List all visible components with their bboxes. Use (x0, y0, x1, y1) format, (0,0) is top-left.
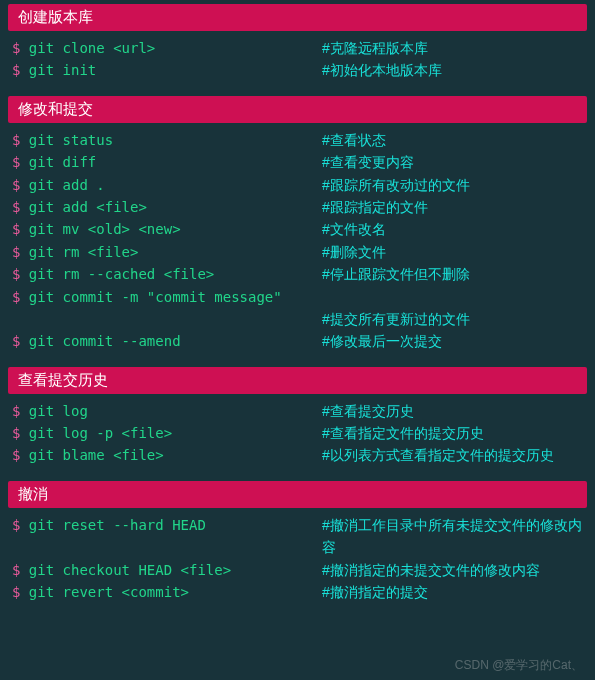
command-text: git rm <file> (29, 244, 139, 260)
comment-cell: #修改最后一次提交 (322, 330, 583, 352)
section: 查看提交历史$ git log#查看提交历史$ git log -p <file… (8, 367, 587, 471)
command-text: git log (29, 403, 88, 419)
command-text: git commit --amend (29, 333, 181, 349)
command-text: git reset --hard HEAD (29, 517, 206, 533)
command-row: $ git add .#跟踪所有改动过的文件 (12, 174, 583, 196)
command-cell: $ git log -p <file> (12, 422, 322, 444)
command-cell: $ git diff (12, 151, 322, 173)
command-cell: $ git blame <file> (12, 444, 322, 466)
comment-cell: #跟踪指定的文件 (322, 196, 583, 218)
prompt: $ (12, 403, 29, 419)
command-text: git commit -m "commit message" (29, 289, 282, 305)
command-cell: $ git clone <url> (12, 37, 322, 59)
command-row: $ git revert <commit>#撤消指定的提交 (12, 581, 583, 603)
prompt: $ (12, 221, 29, 237)
command-row: $ git rm --cached <file>#停止跟踪文件但不删除 (12, 263, 583, 285)
section-header: 撤消 (8, 481, 587, 508)
command-cell: $ git checkout HEAD <file> (12, 559, 322, 581)
prompt: $ (12, 562, 29, 578)
comment-cell: #以列表方式查看指定文件的提交历史 (322, 444, 583, 466)
prompt: $ (12, 289, 29, 305)
prompt: $ (12, 425, 29, 441)
comment-cell: #查看提交历史 (322, 400, 583, 422)
prompt: $ (12, 266, 29, 282)
comment-cell: #撤消指定的提交 (322, 581, 583, 603)
command-text: git add <file> (29, 199, 147, 215)
comment-cell: #停止跟踪文件但不删除 (322, 263, 583, 285)
command-cell: $ git init (12, 59, 322, 81)
command-text: git init (29, 62, 96, 78)
command-cell: $ git add . (12, 174, 322, 196)
command-cell: $ git add <file> (12, 196, 322, 218)
command-cell: $ git mv <old> <new> (12, 218, 322, 240)
section-header: 查看提交历史 (8, 367, 587, 394)
prompt: $ (12, 517, 29, 533)
command-row: $ git init#初始化本地版本库 (12, 59, 583, 81)
comment-cell: #查看指定文件的提交历史 (322, 422, 583, 444)
comment-cell: #克隆远程版本库 (322, 37, 583, 59)
command-cell: $ git commit --amend (12, 330, 322, 352)
command-row: $ git diff#查看变更内容 (12, 151, 583, 173)
command-text: git mv <old> <new> (29, 221, 181, 237)
command-row: $ git add <file>#跟踪指定的文件 (12, 196, 583, 218)
command-cell: $ git rm <file> (12, 241, 322, 263)
command-cell: $ git revert <commit> (12, 581, 322, 603)
watermark: CSDN @爱学习的Cat、 (455, 657, 583, 674)
command-text: git add . (29, 177, 105, 193)
command-block: $ git log#查看提交历史$ git log -p <file>#查看指定… (8, 394, 587, 471)
prompt: $ (12, 447, 29, 463)
prompt: $ (12, 40, 29, 56)
comment-cell: #撤消工作目录中所有未提交文件的修改内容 (322, 514, 583, 559)
comment-cell: #初始化本地版本库 (322, 59, 583, 81)
comment-cell: #删除文件 (322, 241, 583, 263)
prompt: $ (12, 177, 29, 193)
prompt: $ (12, 244, 29, 260)
prompt: $ (12, 584, 29, 600)
command-text: git status (29, 132, 113, 148)
comment-cell: #查看状态 (322, 129, 583, 151)
command-text: git checkout HEAD <file> (29, 562, 231, 578)
command-row: $ git clone <url>#克隆远程版本库 (12, 37, 583, 59)
comment-cell: #跟踪所有改动过的文件 (322, 174, 583, 196)
command-text: git rm --cached <file> (29, 266, 214, 282)
prompt: $ (12, 62, 29, 78)
comment-cell: #文件改名 (322, 218, 583, 240)
command-cell: $ git rm --cached <file> (12, 263, 322, 285)
command-row: $ git commit -m "commit message" (12, 286, 583, 308)
section: 创建版本库$ git clone <url>#克隆远程版本库$ git init… (8, 4, 587, 86)
section-header: 修改和提交 (8, 96, 587, 123)
command-text: git clone <url> (29, 40, 155, 56)
command-text: git blame <file> (29, 447, 164, 463)
command-row: $ git log#查看提交历史 (12, 400, 583, 422)
section: 修改和提交$ git status#查看状态$ git diff#查看变更内容$… (8, 96, 587, 357)
command-row: $ git rm <file>#删除文件 (12, 241, 583, 263)
command-block: $ git reset --hard HEAD#撤消工作目录中所有未提交文件的修… (8, 508, 587, 608)
section-header: 创建版本库 (8, 4, 587, 31)
command-row: $ git commit --amend#修改最后一次提交 (12, 330, 583, 352)
command-cell: $ git reset --hard HEAD (12, 514, 322, 536)
command-cell: $ git status (12, 129, 322, 151)
prompt: $ (12, 154, 29, 170)
command-text: git revert <commit> (29, 584, 189, 600)
command-cell: $ git log (12, 400, 322, 422)
comment-cell: #撤消指定的未提交文件的修改内容 (322, 559, 583, 581)
command-text: git log -p <file> (29, 425, 172, 441)
command-row: $ git log -p <file>#查看指定文件的提交历史 (12, 422, 583, 444)
prompt: $ (12, 333, 29, 349)
prompt: $ (12, 199, 29, 215)
command-block: $ git clone <url>#克隆远程版本库$ git init#初始化本… (8, 31, 587, 86)
command-row: $ git blame <file>#以列表方式查看指定文件的提交历史 (12, 444, 583, 466)
command-row: $ git checkout HEAD <file>#撤消指定的未提交文件的修改… (12, 559, 583, 581)
command-row: $ git mv <old> <new>#文件改名 (12, 218, 583, 240)
command-text: git diff (29, 154, 96, 170)
command-cell: $ git commit -m "commit message" (12, 286, 322, 308)
section: 撤消$ git reset --hard HEAD#撤消工作目录中所有未提交文件… (8, 481, 587, 608)
command-row: $ git reset --hard HEAD#撤消工作目录中所有未提交文件的修… (12, 514, 583, 559)
comment-cell: #提交所有更新过的文件 (322, 308, 583, 330)
command-row: $ git status#查看状态 (12, 129, 583, 151)
command-row: #提交所有更新过的文件 (12, 308, 583, 330)
command-block: $ git status#查看状态$ git diff#查看变更内容$ git … (8, 123, 587, 357)
comment-cell: #查看变更内容 (322, 151, 583, 173)
prompt: $ (12, 132, 29, 148)
